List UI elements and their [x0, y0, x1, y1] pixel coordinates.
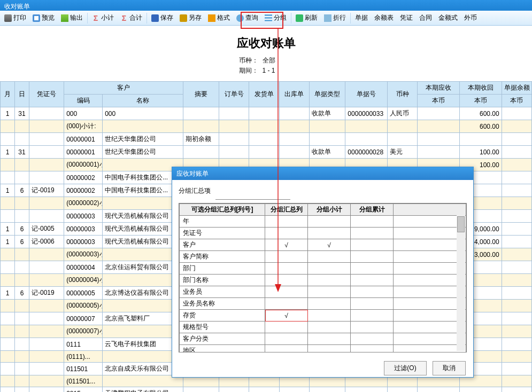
dialog-scrollbar[interactable]: [457, 214, 465, 351]
save-button[interactable]: 保存: [148, 12, 176, 23]
dialog-grid[interactable]: 可选分组汇总列[列号] 分组汇总列 分组小计 分组累计 年凭证号客户√√客户简称…: [179, 203, 466, 352]
amount-button[interactable]: 金额式: [435, 12, 461, 23]
filter-button[interactable]: 过滤(O): [384, 361, 426, 375]
col-local1[interactable]: 本币: [418, 95, 460, 107]
dialog-row[interactable]: 部门名称: [180, 275, 466, 286]
export-button[interactable]: 输出: [58, 12, 86, 23]
dialog-row[interactable]: 业务员: [180, 286, 466, 298]
dialog-row[interactable]: 地区: [180, 345, 466, 353]
total-button[interactable]: Σ合计: [117, 12, 145, 23]
wrap-button[interactable]: 折行: [321, 12, 349, 23]
preview-icon: [33, 14, 40, 22]
col-local3[interactable]: 本币: [502, 95, 531, 107]
dialog-row[interactable]: 客户分类: [180, 333, 466, 345]
scrollbar-thumb[interactable]: [457, 216, 465, 232]
col-local2[interactable]: 本币: [459, 95, 502, 107]
voucher-button[interactable]: 凭证: [397, 12, 416, 23]
col-name[interactable]: 名称: [103, 95, 183, 107]
export-icon: [61, 14, 68, 22]
cancel-button[interactable]: 取消: [433, 361, 466, 375]
sigma-icon: Σ: [120, 14, 128, 22]
col-month[interactable]: 月: [1, 82, 15, 107]
print-icon: [4, 14, 12, 22]
col-delivery[interactable]: 发货单: [249, 82, 279, 107]
col-day[interactable]: 日: [14, 82, 29, 107]
format-button[interactable]: 格式: [205, 12, 233, 23]
subtotal-button[interactable]: Σ小计: [89, 12, 117, 23]
col-currency[interactable]: 币种: [388, 82, 418, 107]
dialog-row[interactable]: 部门: [180, 263, 466, 275]
col-received[interactable]: 本期收回: [459, 82, 502, 95]
balance-button[interactable]: 余额表: [371, 12, 397, 23]
col-receivable[interactable]: 本期应收: [418, 82, 460, 95]
table-row[interactable]: 13100000001世纪天华集团公司收款单0000000028美元100.00: [1, 146, 532, 159]
group-icon: [265, 14, 272, 22]
group-input[interactable]: [215, 192, 290, 200]
window-title-bar: 收对账单: [0, 0, 532, 11]
document-title: 应收对账单: [0, 26, 532, 56]
format-icon: [208, 14, 215, 22]
refresh-button[interactable]: 刷新: [292, 12, 321, 23]
save-icon: [151, 14, 159, 22]
toolbar-separator: [350, 13, 351, 23]
saveas-button[interactable]: 另存: [176, 12, 205, 23]
dialog-row[interactable]: 规格型号: [180, 322, 466, 333]
table-row[interactable]: 0215天津鹏程电子有限公司: [1, 387, 532, 392]
col-billtype[interactable]: 单据类型: [309, 82, 345, 107]
col-outbound[interactable]: 出库单: [279, 82, 309, 107]
document-meta: 币种：全部 期间：1 - 1: [0, 56, 532, 76]
col-balance[interactable]: 单据余额: [502, 82, 531, 95]
dialog-row[interactable]: 年: [180, 216, 466, 228]
col-customer[interactable]: 客户: [64, 82, 183, 95]
wrap-icon: [324, 14, 331, 22]
dialog-footer: 过滤(O) 取消: [172, 358, 473, 379]
contract-button[interactable]: 合同: [416, 12, 435, 23]
col-code[interactable]: 编码: [64, 95, 103, 107]
col-summary[interactable]: 摘要: [183, 82, 219, 107]
dialog-row[interactable]: 客户简称: [180, 251, 466, 263]
search-icon: [236, 14, 244, 22]
dialog-row[interactable]: 业务员名称: [180, 298, 466, 310]
dlg-col-grouptotal[interactable]: 分组汇总列: [265, 204, 308, 216]
col-billno[interactable]: 单据号: [345, 82, 388, 107]
search-button[interactable]: 查询: [233, 12, 261, 23]
bill-button[interactable]: 单据: [352, 12, 371, 23]
sigma-icon: Σ: [92, 14, 99, 22]
dialog-grid-wrapper: 可选分组汇总列[列号] 分组汇总列 分组小计 分组累计 年凭证号客户√√客户简称…: [179, 203, 467, 352]
col-order[interactable]: 订单号: [219, 82, 249, 107]
dialog-title: 应收对账单: [172, 167, 473, 180]
refresh-icon: [296, 14, 303, 22]
table-row[interactable]: 00000001世纪天华集团公司期初余额: [1, 133, 532, 146]
group-button[interactable]: 分组: [261, 12, 290, 23]
dialog-row[interactable]: 存货√: [180, 310, 466, 322]
saveas-icon: [180, 14, 187, 22]
dlg-col-available[interactable]: 可选分组汇总列[列号]: [180, 204, 265, 216]
toolbar-separator: [87, 13, 88, 23]
table-row[interactable]: 131000000收款单0000000033人民币600.00: [1, 107, 532, 120]
window-title: 收对账单: [4, 3, 30, 10]
col-voucher[interactable]: 凭证号: [29, 82, 64, 107]
print-button[interactable]: 打印: [1, 12, 29, 23]
toolbar: 打印 预览 输出 Σ小计 Σ合计 保存 另存 格式 查询 分组 刷新 折行 单据…: [0, 11, 532, 26]
toolbar-separator: [291, 13, 291, 23]
group-dialog: 应收对账单 分组汇总项 可选分组汇总列[列号] 分组汇总列 分组小计 分组累计 …: [172, 167, 474, 378]
dlg-col-groupsub[interactable]: 分组小计: [308, 204, 351, 216]
dlg-col-groupcum[interactable]: 分组累计: [351, 204, 394, 216]
dialog-row[interactable]: 客户√√: [180, 239, 466, 251]
group-label: 分组汇总项: [179, 186, 211, 195]
preview-button[interactable]: 预览: [29, 12, 58, 23]
foreign-button[interactable]: 外币: [461, 12, 480, 23]
table-row[interactable]: (000)小计:600.00: [1, 120, 532, 133]
toolbar-separator: [147, 13, 147, 23]
dialog-row[interactable]: 凭证号: [180, 228, 466, 239]
